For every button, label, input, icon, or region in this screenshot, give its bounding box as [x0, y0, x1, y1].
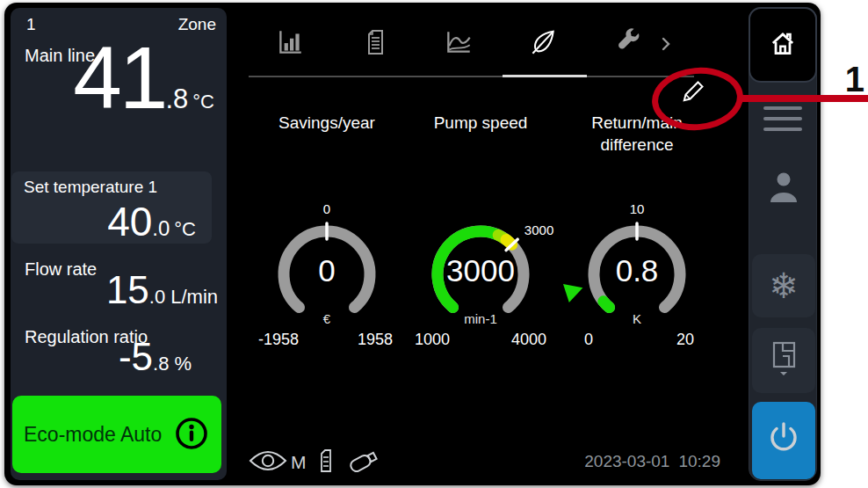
regulation-ratio-value: -5 .8 % [19, 320, 192, 394]
gauge-unit: € [252, 311, 401, 326]
main-line-value: 41 .8 °C [19, 0, 214, 161]
status-icons: M [249, 447, 384, 478]
home-icon [767, 28, 799, 62]
annotation-number: 1 [828, 60, 864, 99]
frost-protection-button[interactable]: ❄ [752, 254, 815, 317]
gauge-pump-speed: 3000 3000 min-1 1000 4000 [406, 202, 555, 356]
floor-plan-icon [767, 339, 800, 382]
main-line-value-int: 41 [73, 0, 165, 161]
time-text: 10:29 [678, 452, 720, 471]
set-temperature-value-int: 40 [107, 184, 152, 260]
gauge-title-savings: Savings/year [252, 113, 401, 135]
active-tab-underline [503, 75, 587, 77]
set-temperature-card[interactable]: Set temperature 1 40 .0 °C [11, 171, 212, 244]
gauge-return-main-difference: 10 0.8 K 0 20 [562, 202, 712, 356]
gauge-tick-label: 0 [323, 201, 330, 216]
tab-statistics[interactable] [271, 25, 309, 63]
flow-rate-value-dec: .0 [149, 286, 165, 309]
chevron-right-icon [657, 40, 675, 55]
set-temperature-value-dec: .0 [152, 216, 170, 241]
flow-rate-value-int: 15 [106, 253, 149, 327]
sd-card-icon [317, 448, 335, 477]
eco-mode-button[interactable]: Eco-mode Auto [12, 396, 221, 473]
zone-summary-card: 1 Zone Main line 41 .8 °C Set temperatur… [11, 8, 227, 480]
tab-service[interactable] [609, 25, 647, 63]
main-line-value-dec: .8 [165, 84, 188, 115]
zone-layout-button[interactable] [752, 328, 815, 393]
eye-icon [249, 448, 287, 477]
gauge-tick-label: 10 [630, 201, 645, 216]
flow-rate-value: 15 .0 L/min [19, 253, 218, 327]
timestamp: 2023-03-01 10:29 [553, 452, 720, 471]
home-button[interactable] [749, 7, 817, 83]
power-icon [765, 420, 802, 461]
mode-letter: M [291, 452, 307, 473]
eco-mode-label: Eco-mode Auto [24, 423, 162, 447]
regulation-ratio-value-dec: .8 [153, 353, 169, 375]
tab-trend[interactable] [439, 25, 478, 63]
gauge-min-label: 0 [584, 331, 593, 349]
gauge-min-label: 1000 [415, 331, 450, 349]
gauge-value: 0.8 [562, 253, 712, 288]
user-button[interactable] [766, 169, 801, 206]
usb-drive-icon [345, 447, 384, 478]
tab-eco[interactable] [524, 25, 562, 63]
power-button[interactable] [752, 402, 815, 479]
gauge-unit: min-1 [406, 311, 555, 326]
set-temperature-value: 40 .0 °C [20, 184, 196, 260]
gauge-tick-label: 3000 [524, 222, 553, 237]
gauge-value: 0 [252, 253, 401, 288]
more-tabs-button[interactable] [657, 35, 675, 53]
menu-button[interactable] [763, 99, 802, 138]
gauge-title-pump-speed: Pump speed [406, 113, 555, 135]
gauge-min-label: -1958 [258, 331, 299, 349]
gauge-unit: K [562, 311, 712, 326]
bar-chart-icon [275, 27, 305, 61]
leaf-icon [527, 27, 559, 61]
main-line-unit: °C [192, 91, 214, 113]
regulation-ratio-value-int: -5 [119, 320, 153, 394]
wrench-icon [613, 27, 643, 61]
flow-rate-unit: L/min [170, 286, 218, 309]
tab-separator [249, 76, 694, 77]
screenshot-page: 1 Zone Main line 41 .8 °C Set temperatur… [0, 0, 868, 488]
date-text: 2023-03-01 [584, 452, 669, 471]
user-icon [766, 193, 801, 208]
gauge-value: 3000 [406, 253, 555, 288]
gauge-max-label: 4000 [511, 331, 546, 349]
trend-chart-icon [443, 27, 474, 61]
snowflake-icon: ❄ [769, 268, 799, 303]
document-icon [361, 27, 389, 61]
tab-report[interactable] [356, 25, 394, 63]
set-temperature-unit: °C [174, 218, 196, 241]
regulation-ratio-unit: % [174, 353, 192, 375]
gauge-max-label: 1958 [358, 331, 393, 349]
info-icon[interactable] [173, 415, 210, 455]
gauge-savings: 0 0 € -1958 1958 [252, 202, 401, 356]
gauge-max-label: 20 [676, 331, 694, 349]
